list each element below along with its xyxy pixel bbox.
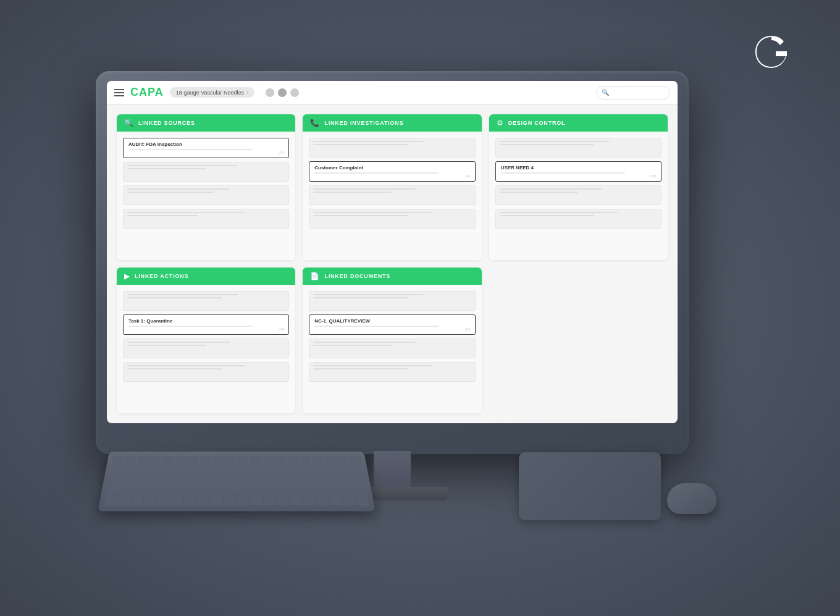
nav-dot-2[interactable] — [278, 88, 287, 97]
linked-documents-label: LINKED DOCUMENTS — [324, 273, 390, 279]
source-placeholder-2[interactable] — [123, 185, 289, 205]
placeholder-line — [127, 165, 238, 166]
linked-investigations-section: 📞 LINKED INVESTIGATIONS Customer Complai… — [303, 114, 481, 260]
keyboard-key — [316, 494, 329, 506]
design-control-section: ⚙ DESIGN CONTROL USER NEED 4 J 1 — [489, 114, 668, 260]
placeholder-line — [127, 342, 230, 343]
keyboard-key — [263, 481, 275, 492]
keyboard-key — [349, 456, 362, 467]
linked-sources-body: AUDIT: FDA Inspection J 4 — [117, 132, 295, 260]
keyboard-key — [353, 481, 366, 492]
customer-complaint-title: Customer Complaint — [314, 165, 469, 171]
nav-bar: CAPA 18-gauge Vascular Needles › 🔍 — [107, 81, 678, 104]
search-bar[interactable]: 🔍 — [596, 86, 670, 99]
keyboard-key — [237, 468, 249, 479]
keyboard-key — [211, 468, 223, 479]
document-placeholder-2[interactable] — [309, 339, 475, 358]
keyboard-key — [224, 494, 236, 506]
keyboard-key — [200, 456, 211, 467]
keyboard-key — [337, 456, 350, 467]
linked-actions-section: ▶ LINKED ACTIONS Task 1: Quarantine — [117, 268, 295, 413]
design-placeholder-1[interactable] — [495, 138, 662, 158]
keyboard-key — [173, 468, 185, 479]
linked-investigations-label: LINKED INVESTIGATIONS — [324, 120, 403, 126]
keyboard-key — [274, 456, 286, 467]
keyboard-key — [185, 481, 197, 492]
keyboard-key — [313, 468, 326, 479]
nav-dots — [266, 88, 299, 97]
keyboard-key — [133, 481, 146, 492]
audit-fda-card[interactable]: AUDIT: FDA Inspection J 4 — [123, 138, 289, 158]
keyboard-key — [158, 494, 170, 506]
linked-investigations-header: 📞 LINKED INVESTIGATIONS — [303, 114, 481, 132]
task-quarantine-title: Task 1: Quarantine — [128, 318, 284, 324]
search-section-icon: 🔍 — [124, 119, 133, 127]
keyboard-key — [159, 481, 172, 492]
card-num: J 12 — [501, 174, 656, 178]
keyboard-key — [144, 494, 158, 506]
linked-sources-label: LINKED SOURCES — [138, 120, 195, 126]
placeholder-line — [313, 188, 416, 190]
placeholder-line — [127, 168, 206, 169]
placeholder-line — [313, 342, 416, 343]
g-logo-svg — [754, 34, 789, 70]
document-placeholder-3[interactable] — [309, 362, 475, 382]
keyboard-key — [124, 456, 136, 467]
investigation-placeholder-1[interactable] — [309, 138, 475, 158]
action-placeholder-2[interactable] — [123, 339, 289, 358]
monitor-container: CAPA 18-gauge Vascular Needles › 🔍 — [96, 71, 689, 454]
placeholder-line — [500, 141, 610, 142]
play-section-icon: ▶ — [124, 272, 130, 281]
keyboard-keys: document.addEventListener('DOMContentLoa… — [104, 456, 369, 506]
design-control-body: USER NEED 4 J 12 — [489, 132, 668, 260]
placeholder-line — [127, 345, 206, 346]
nav-dot-1[interactable] — [266, 88, 274, 97]
investigation-placeholder-3[interactable] — [309, 209, 475, 229]
main-content: 🔍 LINKED SOURCES AUDIT: FDA Inspection J… — [107, 104, 678, 423]
design-placeholder-3[interactable] — [495, 209, 662, 229]
nc-quality-review-card[interactable]: NC-1_QUALITYREVIEW J 4 — [309, 314, 475, 335]
keyboard-key — [198, 481, 210, 492]
placeholder-line — [313, 365, 431, 366]
card-line — [314, 326, 439, 327]
user-need-4-card[interactable]: USER NEED 4 J 12 — [495, 161, 662, 182]
linked-investigations-body: Customer Complaint J 4 — [303, 132, 481, 260]
keyboard-key — [355, 494, 369, 506]
keyboard-key — [340, 481, 354, 492]
mouse — [667, 483, 716, 514]
card-line — [128, 149, 253, 150]
source-placeholder-1[interactable] — [123, 162, 289, 182]
keyboard-key — [122, 468, 135, 479]
phone-section-icon: 📞 — [310, 119, 319, 127]
action-placeholder-1[interactable] — [123, 291, 289, 311]
monitor-stand-neck — [374, 451, 411, 488]
placeholder-line — [127, 215, 198, 216]
customer-complaint-card[interactable]: Customer Complaint J 4 — [309, 161, 475, 182]
task-quarantine-card[interactable]: Task 1: Quarantine J 4 — [123, 314, 289, 335]
keyboard-key — [104, 494, 118, 506]
keyboard-key — [314, 481, 327, 492]
keyboard-key — [299, 456, 311, 467]
keyboard-key — [211, 494, 223, 506]
document-section-icon: 📄 — [310, 272, 319, 281]
design-placeholder-2[interactable] — [495, 185, 662, 205]
keyboard-key — [237, 494, 250, 506]
investigation-placeholder-2[interactable] — [309, 185, 475, 205]
keyboard-key — [300, 468, 313, 479]
linked-sources-header: 🔍 LINKED SOURCES — [117, 114, 295, 132]
document-placeholder-1[interactable] — [309, 291, 475, 311]
source-placeholder-3[interactable] — [123, 209, 289, 229]
placeholder-line — [127, 365, 245, 366]
mousepad — [519, 452, 661, 520]
placeholder-line — [500, 144, 594, 145]
action-placeholder-3[interactable] — [123, 362, 289, 382]
nav-dot-3[interactable] — [290, 88, 299, 97]
keyboard-key — [174, 456, 187, 467]
placeholder-line — [313, 141, 424, 142]
design-control-header: ⚙ DESIGN CONTROL — [489, 114, 668, 132]
placeholder-line — [500, 188, 602, 190]
hamburger-menu[interactable] — [114, 89, 124, 96]
keyboard-key — [250, 456, 261, 467]
linked-actions-header: ▶ LINKED ACTIONS — [117, 268, 295, 285]
breadcrumb[interactable]: 18-gauge Vascular Needles › — [170, 87, 255, 98]
